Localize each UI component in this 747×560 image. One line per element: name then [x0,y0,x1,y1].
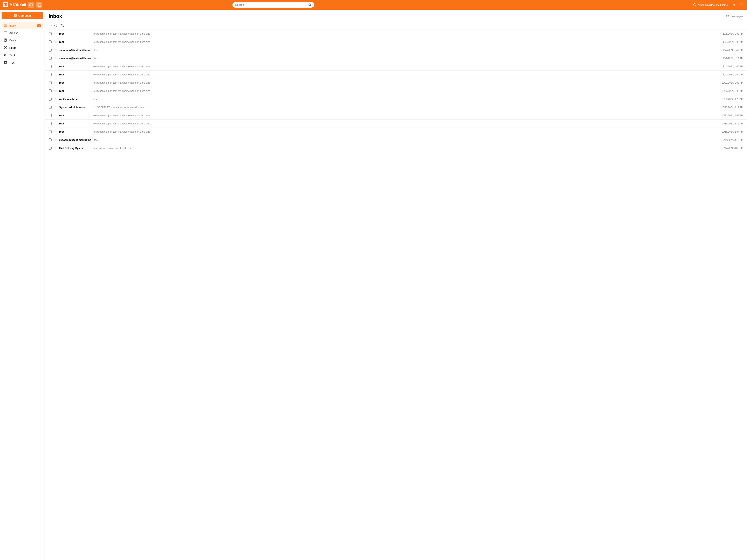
sidebar-item-inbox[interactable]: Inbox 2 [2,22,43,29]
star-button[interactable]: ☆ [53,105,57,109]
email-checkbox[interactable] [49,41,52,43]
star-button[interactable]: ☆ [53,81,57,85]
star-button[interactable]: ☆ [53,56,57,60]
email-row[interactable]: ☆ root exim paniclog on test-mail.home h… [45,62,747,71]
star-button[interactable]: ☆ [53,64,57,69]
email-row[interactable]: ☆ root exim paniclog on test-mail.home h… [45,111,747,119]
sidebar-nav: Inbox 2 Archive Drafts Spam Sent Trash [2,22,43,66]
sidebar-item-drafts[interactable]: Drafts [2,37,43,44]
email-checkbox[interactable] [49,57,52,60]
email-subject: *** SECURITY information for test-mail.h… [93,106,717,109]
badge-inbox: 2 [37,24,41,27]
search-submit-btn[interactable] [308,3,311,6]
email-date: 10/31/2024, 1:00 AM [722,81,743,84]
email-row[interactable]: ☆ Mail Delivery System Mail failure - no… [45,144,747,152]
trash-icon [3,61,7,64]
email-checkbox[interactable] [49,49,52,52]
sidebar-item-trash[interactable]: Trash [2,59,43,66]
star-button[interactable]: ☆ [53,122,57,126]
nav-label: Drafts [9,39,17,42]
email-row[interactable]: ☆ root exim paniclog on test-mail.home h… [45,38,747,46]
svg-line-6 [310,5,311,6]
sidebar-item-spam[interactable]: Spam [2,44,43,52]
sidebar-item-sent[interactable]: Sent [2,52,43,59]
mail-icon-btn[interactable] [28,2,34,8]
email-subject: Mail failure - no recipient addresses [93,146,717,150]
email-subject: exim paniclog on test-mail.home has non-… [93,65,718,68]
email-sender: sysadmin@test-mail.home [59,57,91,60]
email-checkbox[interactable] [49,130,52,133]
email-row[interactable]: ☆ root exim paniclog on test-mail.home h… [45,79,747,87]
email-row[interactable]: ☆ root exim paniclog on test-mail.home h… [45,30,747,38]
star-button[interactable]: ☆ [53,40,57,44]
logout-btn[interactable] [740,3,744,7]
sidebar-item-archive[interactable]: Archive [2,29,43,37]
email-row[interactable]: ☆ root exim paniclog on test-mail.home h… [45,87,747,95]
email-checkbox[interactable] [49,122,52,125]
star-button[interactable]: ☆ [53,89,57,93]
email-subject: exim paniclog on test-mail.home has non-… [93,114,717,117]
email-row[interactable]: ☆ sysadmin@test-mail.home test 10/14/202… [45,136,747,144]
select-all-checkbox[interactable] [49,24,52,27]
svg-line-20 [5,47,6,48]
email-sender: root [59,41,90,43]
email-checkbox[interactable] [49,106,52,109]
star-button[interactable]: ☆ [53,146,57,150]
divider2: | [738,3,739,6]
user-icon [693,3,696,7]
email-row[interactable]: ☆ root@localhost test 10/20/2024, 9:25 A… [45,95,747,103]
email-row[interactable]: ☆ sysadmin@test-mail.home test 11/2/2024… [45,46,747,54]
star-button[interactable]: ☆ [53,97,57,101]
email-row[interactable]: ☆ root exim paniclog on test-mail.home h… [45,128,747,136]
search-filter-btn[interactable] [60,23,65,28]
star-button[interactable]: ☆ [53,73,57,77]
email-row[interactable]: ☆ System administrator *** SECURITY info… [45,103,747,111]
email-sender: root [59,81,90,84]
compose-button[interactable]: Compose [2,12,43,19]
star-button[interactable]: ☆ [53,130,57,134]
compose-icon [14,14,17,17]
svg-line-24 [63,26,64,27]
email-date: 11/1/2024, 1:00 AM [723,73,743,76]
email-date: 10/30/2024, 1:00 AM [722,90,743,92]
email-date: 10/20/2024, 2:08 AM [722,114,743,117]
email-checkbox[interactable] [49,138,52,141]
email-sender: root [59,122,90,125]
email-date: 11/2/2024, 1:27 PM [723,57,743,60]
svg-rect-10 [14,15,17,17]
email-checkbox[interactable] [49,98,52,101]
refresh-btn[interactable] [53,23,58,28]
email-checkbox[interactable] [49,73,52,76]
divider1: | [730,3,730,6]
email-row[interactable]: ☆ root exim paniclog on test-mail.home h… [45,71,747,79]
inbox-header: Inbox 15 messages [45,10,747,21]
star-button[interactable]: ☆ [53,113,57,117]
nav-label: Spam [9,46,17,49]
nav-label: Inbox [9,24,16,27]
sidebar: Compose Inbox 2 Archive Drafts Spam Sent… [0,10,45,560]
star-button[interactable]: ☆ [53,32,57,36]
email-date: 10/15/2024, 2:07 AM [722,131,743,133]
email-row[interactable]: ☆ root exim paniclog on test-mail.home h… [45,119,747,128]
email-checkbox[interactable] [49,81,52,84]
contacts-icon-btn[interactable] [36,2,42,8]
email-date: 10/14/2024, 8:12 PM [722,139,743,141]
email-checkbox[interactable] [49,32,52,35]
main-content: Inbox 15 messages ☆ root exim paniclog o [45,10,747,560]
settings-btn[interactable] [732,3,736,7]
email-row[interactable]: ☆ sysadmin@test-mail.home test 11/2/2024… [45,54,747,62]
svg-point-4 [39,4,40,5]
svg-rect-13 [4,31,7,32]
nav-label: Archive [9,31,19,35]
star-button[interactable]: ☆ [53,138,57,142]
email-checkbox[interactable] [49,89,52,92]
svg-point-7 [694,3,695,5]
star-button[interactable]: ☆ [53,48,57,52]
email-checkbox[interactable] [49,65,52,68]
search-input[interactable] [235,3,308,6]
email-checkbox[interactable] [49,146,52,150]
nav-label: Sent [9,54,15,57]
email-subject: test [94,49,718,52]
email-checkbox[interactable] [49,114,52,117]
app-logo: MERNMail [3,2,26,7]
